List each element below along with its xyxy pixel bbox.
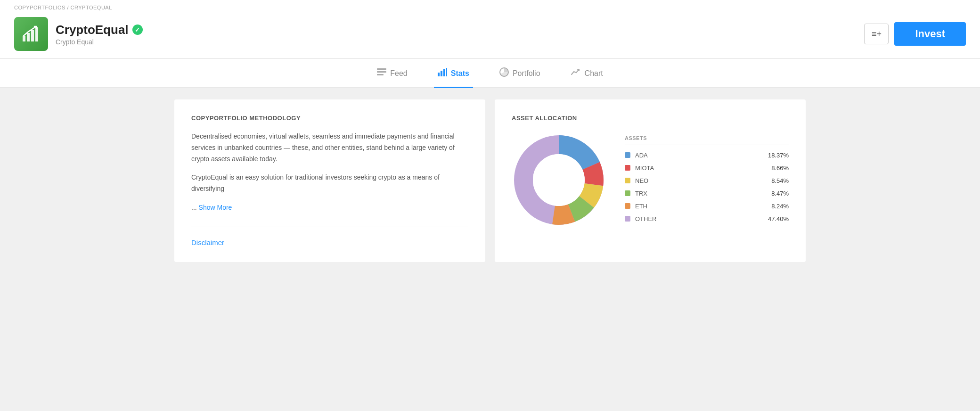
menu-icon: ≡+ — [872, 29, 882, 39]
legend-color — [625, 190, 630, 196]
tab-chart[interactable]: Chart — [567, 59, 607, 88]
legend-name: OTHER — [635, 215, 768, 222]
methodology-text1: Decentralised economies, virtual wallets… — [191, 131, 468, 164]
legend-name: NEO — [635, 177, 771, 184]
svg-rect-1 — [27, 33, 30, 41]
divider — [191, 227, 468, 227]
asset-allocation-card: ASSET ALLOCATION — [495, 99, 806, 262]
invest-button[interactable]: Invest — [894, 22, 966, 46]
legend-name: TRX — [635, 190, 771, 197]
legend-name: ADA — [635, 152, 768, 159]
feed-icon — [377, 68, 386, 78]
breadcrumb-part2: CRYPTOEQUAL — [71, 5, 112, 10]
legend-header: ASSETS — [625, 135, 789, 145]
chart-icon — [571, 68, 581, 79]
tab-feed[interactable]: Feed — [373, 59, 411, 88]
show-more-link[interactable]: Show More — [199, 204, 232, 211]
tab-stats[interactable]: Stats — [434, 59, 473, 88]
header-actions: ≡+ Invest — [864, 22, 966, 46]
logo-box — [14, 17, 48, 51]
svg-rect-10 — [446, 68, 447, 76]
header-bar: COPYPORTFOLIOS / CRYPTOEQUAL CryptoEqual… — [0, 0, 980, 59]
legend-item: ETH 8.24% — [625, 200, 789, 213]
main-content: COPYPORTFOLIO METHODOLOGY Decentralised … — [160, 88, 820, 273]
stats-icon — [438, 68, 447, 79]
tab-feed-label: Feed — [390, 69, 407, 78]
title-text: CryptoEqual — [56, 23, 129, 37]
header-left: CryptoEqual ✓ Crypto Equal — [14, 17, 143, 51]
ellipsis: ... — [191, 204, 199, 211]
tab-portfolio-label: Portfolio — [513, 69, 540, 78]
donut-svg — [512, 133, 606, 227]
legend-item: NEO 8.54% — [625, 174, 789, 187]
donut-chart — [512, 133, 606, 227]
asset-content: ASSETS ADA 18.37% MIOTA 8.66% NEO 8.54% … — [512, 133, 789, 227]
svg-rect-0 — [23, 36, 25, 41]
legend-color — [625, 165, 630, 171]
legend-color — [625, 216, 630, 222]
tab-stats-label: Stats — [451, 69, 469, 78]
svg-rect-4 — [377, 68, 386, 70]
svg-rect-9 — [443, 69, 445, 76]
legend-pct: 8.66% — [771, 164, 789, 172]
tab-chart-label: Chart — [585, 69, 603, 78]
disclaimer-link[interactable]: Disclaimer — [191, 238, 224, 247]
tab-portfolio[interactable]: Portfolio — [496, 59, 544, 88]
legend-name: ETH — [635, 203, 771, 210]
svg-rect-6 — [377, 74, 384, 75]
svg-rect-3 — [35, 27, 38, 41]
nav-tabs: Feed Stats Portfolio — [0, 59, 980, 88]
legend-color — [625, 152, 630, 158]
breadcrumb-separator: / — [67, 5, 69, 10]
legend-pct: 8.54% — [771, 177, 789, 184]
methodology-title: COPYPORTFOLIO METHODOLOGY — [191, 115, 468, 122]
legend-item: ADA 18.37% — [625, 149, 789, 162]
legend-pct: 8.47% — [771, 190, 789, 197]
methodology-text2-content: CryptoEqual is an easy solution for trad… — [191, 173, 440, 192]
legend-pct: 47.40% — [768, 215, 789, 222]
legend-item: MIOTA 8.66% — [625, 162, 789, 174]
page-title: CryptoEqual ✓ — [56, 23, 143, 37]
asset-allocation-title: ASSET ALLOCATION — [512, 115, 789, 122]
portfolio-icon — [499, 67, 509, 79]
legend-name: MIOTA — [635, 164, 771, 172]
legend-item: OTHER 47.40% — [625, 213, 789, 225]
asset-legend: ASSETS ADA 18.37% MIOTA 8.66% NEO 8.54% … — [625, 135, 789, 225]
legend-items: ADA 18.37% MIOTA 8.66% NEO 8.54% TRX 8.4… — [625, 149, 789, 225]
svg-rect-5 — [377, 71, 386, 73]
show-more-row: ... Show More — [191, 202, 468, 214]
verified-badge: ✓ — [132, 25, 143, 35]
header-subtitle: Crypto Equal — [56, 38, 143, 46]
legend-color — [625, 203, 630, 209]
breadcrumb: COPYPORTFOLIOS / CRYPTOEQUAL — [14, 0, 966, 12]
svg-rect-2 — [31, 30, 34, 41]
legend-pct: 8.24% — [771, 203, 789, 210]
methodology-text2: CryptoEqual is an easy solution for trad… — [191, 172, 468, 195]
legend-item: TRX 8.47% — [625, 187, 789, 200]
legend-color — [625, 178, 630, 183]
header-title-group: CryptoEqual ✓ Crypto Equal — [56, 23, 143, 46]
svg-point-18 — [533, 154, 585, 206]
legend-pct: 18.37% — [768, 152, 789, 159]
breadcrumb-part1: COPYPORTFOLIOS — [14, 5, 65, 10]
methodology-card: COPYPORTFOLIO METHODOLOGY Decentralised … — [174, 99, 485, 262]
svg-rect-8 — [441, 71, 442, 76]
svg-rect-7 — [438, 73, 440, 76]
header-content: CryptoEqual ✓ Crypto Equal ≡+ Invest — [14, 12, 966, 58]
menu-button[interactable]: ≡+ — [864, 24, 889, 44]
logo-icon — [21, 24, 41, 44]
